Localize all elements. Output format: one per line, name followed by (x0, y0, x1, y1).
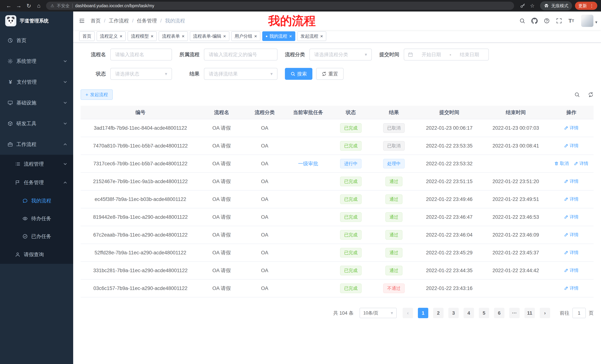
breadcrumb-item[interactable]: 首页 (91, 18, 101, 24)
filter-row-1: 流程名 所属流程 流程分类 请选择流程分类 ▾ (80, 49, 594, 60)
cell-submit-time: 2022-01-22 23:53:35 (416, 137, 482, 155)
table-header-cell: 提交时间 (416, 106, 482, 119)
cell-id: 03c6c157-7b9a-11ec-a290-acde48001122 (80, 279, 200, 297)
font-size-icon[interactable]: TT (565, 18, 577, 24)
page-button[interactable]: 5 (479, 308, 489, 318)
breadcrumb-item[interactable]: 任务管理 (137, 18, 157, 24)
browser-reload-icon[interactable]: ↻ (24, 1, 34, 11)
tab-close-icon[interactable]: × (151, 34, 153, 38)
browser-home-icon[interactable]: ⌂ (34, 1, 44, 11)
browser-back-icon[interactable]: ← (4, 1, 14, 11)
create-process-button[interactable]: + 发起流程 (80, 89, 113, 100)
table-row: 52ffd28e-7b9a-11ec-a290-acde48001122 OA … (80, 244, 594, 262)
search-button-label: 搜索 (297, 71, 307, 77)
category-select[interactable]: 请选择流程分类 ▾ (310, 49, 372, 60)
github-icon[interactable] (528, 18, 541, 24)
page-button[interactable]: 3 (448, 308, 459, 318)
detail-link[interactable]: 详情 (564, 232, 579, 238)
cell-submit-time: 2022-01-22 23:46:47 (416, 208, 482, 226)
cell-actions: 详情 (549, 137, 594, 155)
sidebar-item-infrastructure[interactable]: 基础设施 (0, 92, 73, 113)
security-warning-label: 不安全 (57, 3, 70, 9)
process-name-input[interactable] (110, 49, 172, 60)
tagsview-tab[interactable]: 流程模型 × (128, 31, 157, 41)
tab-close-icon[interactable]: × (320, 34, 323, 38)
status-select[interactable]: 请选择状态 ▾ (110, 68, 172, 80)
detail-link[interactable]: 详情 (564, 143, 579, 149)
sidebar-item-payment[interactable]: ¥ 支付管理 (0, 72, 73, 92)
avatar[interactable] (581, 15, 593, 27)
sidebar-item-done-tasks[interactable]: 已办任务 (0, 228, 73, 245)
detail-link[interactable]: 详情 (564, 285, 579, 291)
tagsview-tab[interactable]: 用户分组 × (231, 31, 260, 41)
parent-process-input[interactable] (204, 49, 278, 60)
cell-id: ec45f38f-7b9a-11ec-b03b-acde48001122 (80, 190, 200, 208)
cell-end-time: 2022-01-22 23:51:20 (482, 172, 549, 190)
detail-link[interactable]: 详情 (574, 161, 588, 166)
cancel-link[interactable]: 取消 (554, 161, 569, 166)
help-icon[interactable] (541, 18, 553, 24)
fullscreen-icon[interactable] (553, 18, 565, 24)
detail-link[interactable]: 详情 (564, 249, 579, 256)
cell-actions: 详情 (549, 190, 594, 208)
sidebar-item-workflow[interactable]: 工作流程 (0, 134, 73, 155)
tab-close-icon[interactable]: × (223, 34, 226, 38)
tagsview-tab[interactable]: 流程定义 × (97, 31, 126, 41)
browser-address-bar[interactable]: ⚠ 不安全 dashboard.yudao.iocoder.cn/bpm/tas… (46, 2, 514, 10)
tab-close-icon[interactable]: × (254, 34, 257, 38)
browser-forward-icon[interactable]: → (14, 1, 24, 11)
submit-time-range-picker[interactable]: 开始日期 - 结束日期 (404, 49, 489, 60)
tagsview-tab[interactable]: 发起流程 × (297, 31, 326, 41)
sidebar-item-task-management[interactable]: 任务管理 (0, 173, 73, 192)
breadcrumb-item[interactable]: 工作流程 (109, 18, 129, 24)
toggle-search-icon[interactable] (574, 92, 580, 97)
page-size-select[interactable]: 10条/页 ▾ (360, 308, 397, 318)
result-select[interactable]: 请选择流结果 ▾ (204, 68, 278, 80)
detail-link[interactable]: 详情 (564, 214, 579, 220)
sidebar-item-todo-tasks[interactable]: 待办任务 (0, 210, 73, 228)
sidebar-item-system[interactable]: 系统管理 (0, 51, 73, 72)
caret-down-icon[interactable]: ▾ (595, 20, 597, 27)
cell-end-time: 2022-01-22 23:46:09 (482, 226, 549, 244)
tab-close-icon[interactable]: × (120, 34, 122, 38)
browser-menu-icon[interactable]: ⋮ (590, 3, 594, 8)
detail-link[interactable]: 详情 (564, 267, 579, 273)
detail-link[interactable]: 详情 (564, 178, 579, 184)
tagsview-tab[interactable]: ● 我的流程 × (262, 31, 295, 41)
sidebar-item-process-management[interactable]: 流程管理 (0, 155, 73, 173)
refresh-table-icon[interactable] (588, 92, 594, 97)
bookmark-star-icon[interactable]: ☆ (527, 3, 537, 9)
page-button[interactable]: 6 (494, 308, 504, 318)
prev-page-button[interactable]: ‹ (403, 308, 413, 318)
sidebar-item-devtools[interactable]: 研发工具 (0, 113, 73, 134)
reset-button[interactable]: 重置 (316, 68, 344, 80)
browser-update-button[interactable]: 更新 ⋮ (575, 2, 597, 10)
search-icon[interactable] (516, 18, 528, 24)
logo-bar[interactable]: 芋道管理系统 (0, 11, 73, 30)
goto-page-input[interactable] (572, 308, 586, 318)
next-page-button[interactable]: › (540, 308, 550, 318)
hamburger-icon[interactable] (73, 18, 91, 24)
tagsview-tab[interactable]: 首页 (79, 31, 95, 41)
password-key-icon[interactable] (518, 3, 527, 8)
tab-close-icon[interactable]: × (182, 34, 184, 38)
sidebar-item-home[interactable]: 首页 (0, 30, 73, 51)
tagsview-tab[interactable]: 流程表单-编辑 × (190, 31, 229, 41)
detail-link[interactable]: 详情 (564, 196, 579, 202)
status-tag: 已完成 (340, 194, 362, 204)
category-select-placeholder: 请选择流程分类 (314, 51, 348, 58)
tagsview-tab[interactable]: 流程表单 × (159, 31, 188, 41)
page-button[interactable]: 4 (464, 308, 474, 318)
page-button[interactable]: ··· (509, 308, 520, 318)
page-button[interactable]: 2 (433, 308, 443, 318)
tab-close-icon[interactable]: × (289, 34, 292, 38)
cell-actions: 详情 (549, 279, 594, 297)
page-button[interactable]: 1 (418, 308, 428, 318)
calendar-icon (408, 52, 413, 57)
current-task-link[interactable]: 一级审批 (298, 161, 318, 166)
search-button[interactable]: 搜索 (285, 68, 312, 80)
page-button[interactable]: 11 (524, 308, 535, 318)
detail-link[interactable]: 详情 (564, 125, 579, 131)
sidebar-item-leave-query[interactable]: 请假查询 (0, 245, 73, 264)
sidebar-item-my-processes[interactable]: 我的流程 (0, 192, 73, 210)
